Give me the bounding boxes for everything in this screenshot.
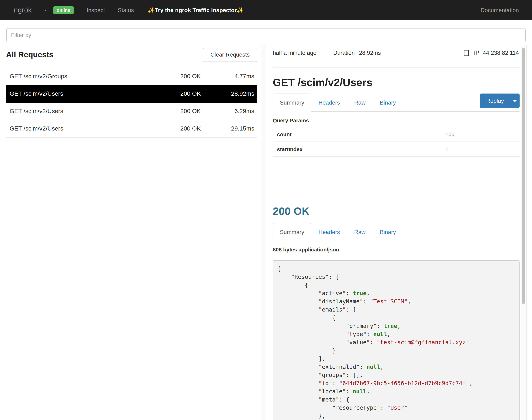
request-method-path: GET /scim/v2/Groups: [10, 73, 67, 80]
ip-value: 44.238.82.114: [483, 50, 519, 56]
replay-split-button: Replay: [480, 93, 519, 108]
meta-divider: [273, 67, 519, 68]
request-tab-headers: Headers: [311, 93, 347, 112]
response-tab-raw: Raw: [347, 223, 373, 241]
response-status-title: 200 OK: [273, 206, 519, 217]
request-method-path: GET /scim/v2/Users: [10, 125, 63, 132]
response-tab-headers-link[interactable]: Headers: [311, 223, 347, 241]
response-tabs: SummaryHeadersRawBinary: [273, 223, 519, 241]
requests-panel: All Requests Clear Requests GET /scim/v2…: [6, 45, 257, 138]
query-param-value: 100: [445, 131, 455, 138]
query-params-table: count100startIndex1: [273, 127, 519, 157]
missing-flag-glyph-icon: [464, 50, 469, 56]
scrollbar-thumb[interactable]: [522, 48, 525, 304]
request-row[interactable]: GET /scim/v2/Groups200 OK4.77ms: [6, 68, 257, 85]
request-title: GET /scim/v2/Users: [273, 77, 519, 88]
request-row[interactable]: GET /scim/v2/Users200 OK28.92ms: [6, 85, 257, 103]
replay-dropdown-button[interactable]: [510, 93, 519, 108]
detail-panel-scrollbar[interactable]: [521, 45, 527, 420]
request-meta-row: half a minute ago Duration28.92ms IP44.2…: [273, 50, 519, 57]
request-tab-summary: Summary: [273, 93, 311, 112]
navbar: ngrok • online Inspect Status ✨Try the n…: [0, 0, 532, 20]
query-param-row: startIndex1: [273, 142, 519, 156]
filter-bar: [6, 28, 526, 42]
response-tab-raw-link[interactable]: Raw: [347, 223, 373, 241]
request-tab-binary: Binary: [373, 93, 403, 112]
request-tab-headers-link[interactable]: Headers: [311, 93, 347, 112]
request-status: 200 OK: [180, 103, 201, 120]
time-ago-label: half a minute ago: [273, 50, 316, 56]
request-tabs-row: SummaryHeadersRawBinary Replay: [273, 93, 519, 112]
replay-button[interactable]: Replay: [480, 93, 510, 108]
response-size-type: 808 bytes application/json: [273, 246, 519, 253]
query-params-title: Query Params: [273, 117, 519, 124]
response-tab-binary: Binary: [373, 223, 403, 241]
request-row[interactable]: GET /scim/v2/Users200 OK29.15ms: [6, 120, 257, 138]
request-status: 200 OK: [180, 85, 201, 103]
online-status-badge: online: [53, 6, 74, 14]
clear-requests-button[interactable]: Clear Requests: [203, 48, 257, 62]
response-body-box: { "Resources": [ { "active": true, "disp…: [273, 260, 519, 420]
response-tab-binary-link[interactable]: Binary: [373, 223, 403, 241]
request-duration: 4.77ms: [235, 68, 254, 85]
nav-inspect-link[interactable]: Inspect: [87, 7, 105, 13]
request-tab-raw-link[interactable]: Raw: [347, 93, 373, 112]
request-duration: 6.29ms: [235, 103, 254, 120]
duration-value: 28.92ms: [359, 50, 381, 56]
caret-down-icon: [513, 100, 517, 102]
request-method-path: GET /scim/v2/Users: [10, 108, 63, 115]
request-list-scrollbar[interactable]: [261, 45, 266, 420]
request-duration: 28.92ms: [231, 85, 254, 103]
request-row[interactable]: GET /scim/v2/Users200 OK6.29ms: [6, 103, 257, 120]
filter-input[interactable]: [6, 28, 526, 42]
request-tab-summary-link[interactable]: Summary: [273, 93, 311, 112]
all-requests-title: All Requests: [6, 50, 54, 60]
request-status: 200 OK: [180, 68, 201, 85]
traffic-inspector-promo-link[interactable]: ✨Try the ngrok Traffic Inspector✨: [148, 7, 244, 14]
duration-group: Duration28.92ms: [333, 50, 381, 56]
request-list: GET /scim/v2/Groups200 OK4.77msGET /scim…: [6, 68, 257, 138]
query-param-row: count100: [273, 127, 519, 142]
request-method-path: GET /scim/v2/Users: [10, 90, 63, 97]
ip-group: IP44.238.82.114: [464, 50, 519, 56]
ip-label: IP: [474, 50, 479, 56]
response-tab-headers: Headers: [311, 223, 347, 241]
duration-label: Duration: [333, 50, 355, 56]
request-duration: 29.15ms: [231, 120, 254, 137]
response-tab-summary-link[interactable]: Summary: [273, 223, 311, 241]
query-param-name: count: [277, 131, 292, 137]
nav-status-link[interactable]: Status: [118, 7, 134, 13]
status-separator-dot: •: [44, 7, 46, 13]
ngrok-inspector-page: ngrok • online Inspect Status ✨Try the n…: [0, 0, 532, 420]
response-json-body: { "Resources": [ { "active": true, "disp…: [277, 265, 515, 420]
request-status: 200 OK: [180, 120, 201, 137]
request-detail-panel: half a minute ago Duration28.92ms IP44.2…: [273, 45, 519, 420]
request-tab-binary-link[interactable]: Binary: [373, 93, 403, 112]
section-divider: [273, 197, 519, 197]
nav-documentation-link[interactable]: Documentation: [481, 7, 519, 13]
query-param-name: startIndex: [277, 146, 302, 152]
request-tab-raw: Raw: [347, 93, 373, 112]
response-tabs-row: SummaryHeadersRawBinary: [273, 223, 519, 241]
ngrok-logo[interactable]: ngrok: [14, 6, 32, 14]
response-tab-summary: Summary: [273, 223, 311, 241]
requests-panel-header: All Requests Clear Requests: [6, 48, 257, 62]
query-param-value: 1: [445, 146, 449, 152]
